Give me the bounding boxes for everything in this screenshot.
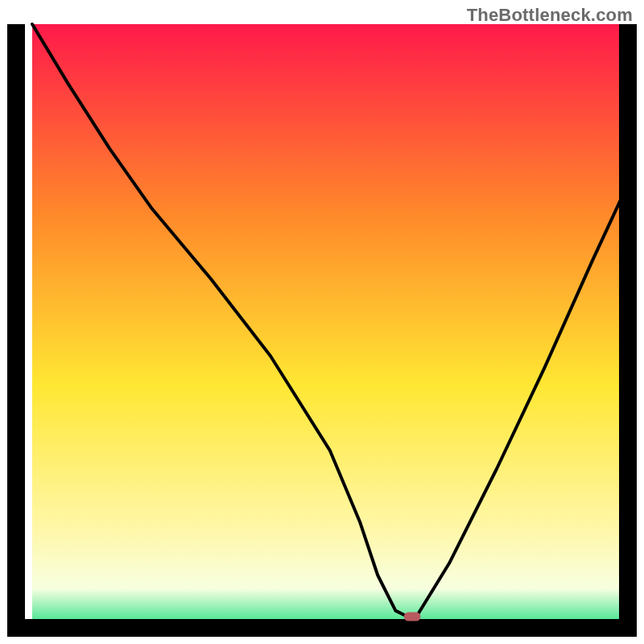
- svg-rect-0: [32, 24, 628, 625]
- svg-rect-4: [404, 612, 421, 621]
- chart-container: TheBottleneck.com: [0, 0, 644, 644]
- bottleneck-chart: [0, 0, 644, 644]
